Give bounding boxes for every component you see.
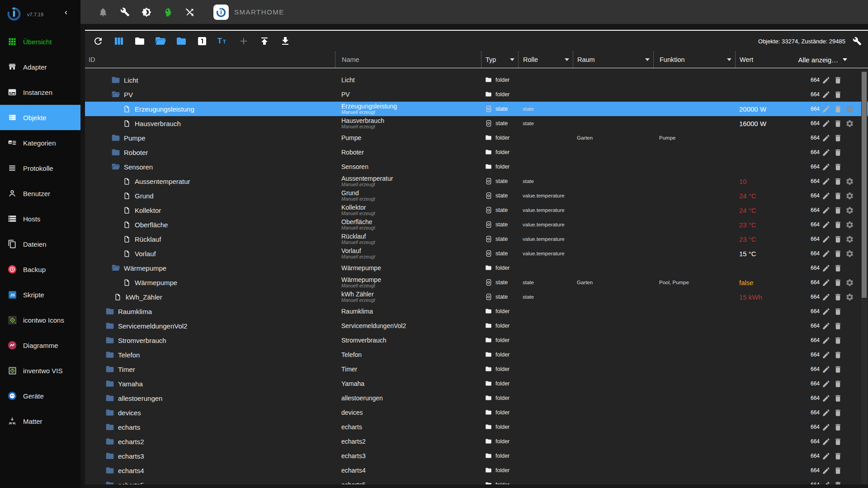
object-row-raumklima[interactable]: RaumklimaRaumklimafolder664 <box>85 304 868 319</box>
object-acl[interactable]: 664 <box>811 221 820 228</box>
edit-object-button[interactable] <box>820 465 832 476</box>
sidebar-item-instanzen[interactable]: Instanzen <box>0 80 80 105</box>
edit-object-button[interactable] <box>820 378 832 389</box>
object-row-pumpe[interactable]: PumpePumpefolderGartenPumpe664 <box>85 131 868 145</box>
object-acl[interactable]: 664 <box>811 120 820 127</box>
folder-icon[interactable] <box>105 394 114 403</box>
object-acl[interactable]: 664 <box>811 135 820 141</box>
sidebar-item-icontwo-icons[interactable]: icontwo Icons <box>0 307 80 333</box>
edit-object-button[interactable] <box>820 262 832 274</box>
delete-object-button[interactable] <box>832 465 844 476</box>
sidebar-item-hosts[interactable]: Hosts <box>0 206 80 231</box>
sidebar-item-bersicht[interactable]: Übersicht <box>0 29 80 54</box>
object-acl[interactable]: 664 <box>811 250 820 257</box>
edit-object-button[interactable] <box>820 190 832 202</box>
object-row-pv[interactable]: PVPVfolder664 <box>85 87 868 102</box>
object-row-sensoren[interactable]: SensorenSensorenfolder664 <box>85 160 868 174</box>
object-acl[interactable]: 664 <box>811 265 820 271</box>
object-acl[interactable]: 664 <box>811 91 820 98</box>
brand[interactable]: SMARTHOME <box>213 5 284 20</box>
object-value[interactable]: 23 °C <box>739 221 756 229</box>
edit-object-button[interactable] <box>820 407 832 418</box>
object-value[interactable]: 24 °C <box>739 206 756 214</box>
object-row-echarts4[interactable]: echarts4echarts4folder664 <box>85 463 868 478</box>
folder-icon[interactable] <box>111 75 120 84</box>
edit-object-button[interactable] <box>820 146 832 158</box>
delete-object-button[interactable] <box>832 392 844 404</box>
folder-icon[interactable] <box>111 133 120 142</box>
edit-object-button[interactable] <box>820 334 832 346</box>
sidebar-item-protokolle[interactable]: Protokolle <box>0 155 80 181</box>
folder-icon[interactable] <box>105 350 114 359</box>
object-row-echarts2[interactable]: echarts2echarts2folder664 <box>85 434 868 449</box>
object-row-servicemeldungenvol2[interactable]: ServicemeldungenVol2ServicemeldungenVol2… <box>85 319 868 333</box>
edit-object-button[interactable] <box>820 219 832 230</box>
object-row-w-rmepumpe[interactable]: WärmepumpeWärmepumpefolder664 <box>85 261 868 275</box>
object-row-roboter[interactable]: RoboterRoboterfolder664 <box>85 145 868 160</box>
object-value[interactable]: 23 °C <box>739 235 756 243</box>
object-row-echarts3[interactable]: echarts3echarts3folder664 <box>85 449 868 463</box>
object-acl[interactable]: 664 <box>811 453 820 459</box>
object-acl[interactable]: 664 <box>811 164 820 170</box>
folder-icon[interactable] <box>105 466 114 475</box>
object-row-yamaha[interactable]: YamahaYamahafolder664 <box>85 376 868 391</box>
folder-icon[interactable] <box>105 451 114 460</box>
folder-icon[interactable] <box>105 307 114 316</box>
delete-object-button[interactable] <box>832 190 844 202</box>
object-row-vorlauf-state[interactable]: VorlaufVorlaufManuell erzeugtstatevalue.… <box>85 246 868 261</box>
sidebar-item-ger-te[interactable]: Geräte <box>0 383 80 408</box>
folder-icon[interactable] <box>105 379 114 388</box>
show-all-select[interactable]: Alle anzeig… <box>798 56 851 64</box>
columns-settings-button[interactable] <box>853 31 862 52</box>
folder-icon[interactable] <box>111 148 120 157</box>
delete-object-button[interactable] <box>832 219 844 230</box>
delete-object-button[interactable] <box>832 248 844 259</box>
expand-all-button[interactable] <box>153 33 168 49</box>
object-value[interactable]: 15 kWh <box>739 293 762 301</box>
sidebar-item-inventwo-vis[interactable]: inventwo VIS <box>0 358 80 383</box>
columns-button[interactable] <box>111 33 127 49</box>
edit-object-button[interactable] <box>820 204 832 216</box>
folder-open-icon[interactable] <box>111 263 120 272</box>
object-row-echarts[interactable]: echartsechartsfolder664 <box>85 420 868 434</box>
object-acl[interactable]: 664 <box>811 366 820 372</box>
edit-object-button[interactable] <box>820 89 832 100</box>
delete-object-button[interactable] <box>832 450 844 462</box>
edit-object-button[interactable] <box>820 103 832 115</box>
delete-object-button[interactable] <box>832 117 844 129</box>
object-acl[interactable]: 664 <box>811 308 820 314</box>
object-row-licht[interactable]: LichtLichtfolder664 <box>85 73 868 87</box>
object-acl[interactable]: 664 <box>811 192 820 199</box>
folder-icon[interactable] <box>105 336 114 345</box>
object-acl[interactable]: 664 <box>811 467 820 474</box>
delete-object-button[interactable] <box>832 175 844 187</box>
object-acl[interactable]: 664 <box>811 178 820 184</box>
object-value[interactable]: 16000 W <box>739 120 766 127</box>
object-row-stromverbrauch[interactable]: StromverbrauchStromverbrauchfolder664 <box>85 333 868 347</box>
custom-settings-button[interactable] <box>844 277 855 288</box>
delete-object-button[interactable] <box>832 74 844 86</box>
delete-object-button[interactable] <box>832 320 844 332</box>
expert-mode-icon[interactable] <box>163 7 174 18</box>
export-button[interactable] <box>278 33 293 49</box>
edit-object-button[interactable] <box>820 277 832 288</box>
custom-settings-button[interactable] <box>844 204 855 216</box>
sidebar-item-backup[interactable]: Backup <box>0 257 80 282</box>
expand-level-one-button[interactable] <box>194 33 210 49</box>
custom-settings-button[interactable] <box>844 219 855 230</box>
folder-open-icon[interactable] <box>111 162 120 171</box>
folder-open-icon[interactable] <box>111 90 120 99</box>
edit-object-button[interactable] <box>820 248 832 259</box>
object-row-aussentemperatur-state[interactable]: AussentemperaturAussentemperaturManuell … <box>85 174 868 188</box>
add-object-button[interactable] <box>236 33 251 49</box>
custom-settings-button[interactable] <box>844 291 855 303</box>
edit-object-button[interactable] <box>820 320 832 332</box>
edit-object-button[interactable] <box>820 233 832 245</box>
notifications-icon[interactable] <box>98 7 108 18</box>
object-acl[interactable]: 664 <box>811 409 820 416</box>
custom-settings-button[interactable] <box>844 103 855 115</box>
folder-icon[interactable] <box>105 321 114 330</box>
delete-object-button[interactable] <box>832 363 844 375</box>
object-acl[interactable]: 664 <box>811 352 820 358</box>
object-row-kwh-z-hler-state[interactable]: kWh_ZählerkWh ZählerManuell erzeugtstate… <box>85 290 868 304</box>
